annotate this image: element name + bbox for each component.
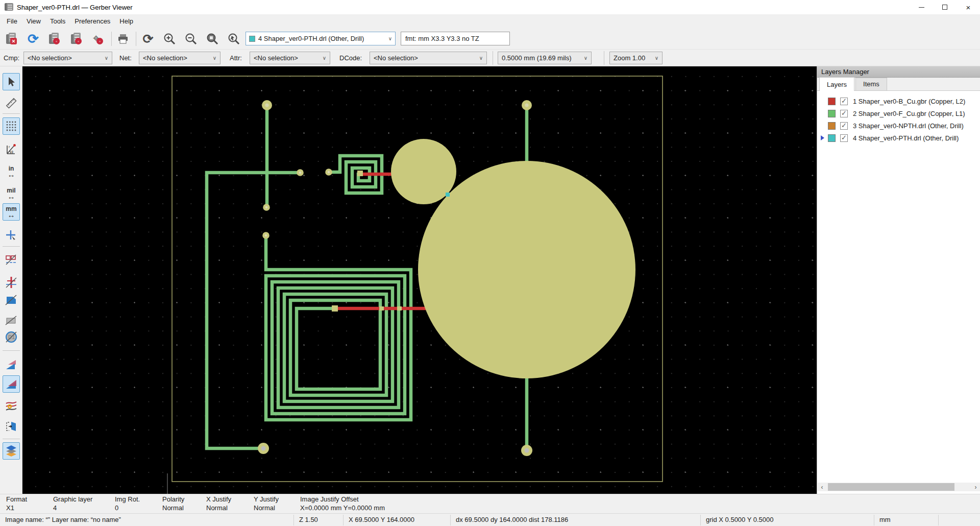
toggle-layers-manager-button[interactable] bbox=[3, 442, 20, 460]
highlight-nets-button[interactable] bbox=[3, 397, 20, 415]
sketch-polygons-button[interactable] bbox=[3, 292, 20, 309]
image-info-bar: FormatX1 Graphic layer4 Img Rot.0 Polari… bbox=[0, 494, 980, 513]
layer-row[interactable]: 3 Shaper_ver0-NPTH.drl (Other, Drill) bbox=[817, 119, 980, 132]
layer-label: 4 Shaper_ver0-PTH.drl (Other, Drill) bbox=[853, 134, 959, 142]
svg-text:θ: θ bbox=[11, 150, 13, 154]
zoom-select[interactable]: Zoom 1.00∨ bbox=[609, 52, 663, 64]
main-toolbar: ✕ ⟳ ◦ ◦ ⌖ ◦ bbox=[0, 28, 980, 50]
tab-layers[interactable]: Layers bbox=[819, 77, 854, 91]
display-mode-stacked-button[interactable] bbox=[3, 375, 20, 393]
reload-all-layers-button[interactable]: ⟳ bbox=[24, 30, 42, 47]
chevron-down-icon: ∨ bbox=[388, 36, 392, 41]
scrollbar-thumb[interactable] bbox=[828, 483, 954, 491]
units-mm-button[interactable]: mm ↔ bbox=[3, 203, 20, 221]
toggle-grid-button[interactable] bbox=[3, 117, 20, 135]
menu-view[interactable]: View bbox=[22, 15, 45, 27]
gerber-canvas[interactable] bbox=[22, 66, 817, 494]
status-zoom-z: Z 1.50 bbox=[299, 516, 318, 523]
zoom-out-button[interactable] bbox=[182, 30, 200, 47]
ghost-negative-objects-button[interactable] bbox=[3, 312, 20, 329]
maximize-icon bbox=[942, 5, 947, 10]
polar-coords-button[interactable]: r θ bbox=[3, 140, 20, 158]
open-drill-icon: ⌖ ◦ bbox=[92, 33, 104, 45]
print-button[interactable] bbox=[114, 30, 132, 47]
sketch-pads-icon bbox=[5, 254, 17, 266]
reload-icon: ⟳ bbox=[28, 32, 39, 45]
status-units: mm bbox=[879, 516, 891, 523]
active-layer-swatch bbox=[249, 36, 255, 42]
maximize-button[interactable] bbox=[933, 0, 957, 14]
minimize-icon bbox=[919, 7, 924, 8]
layer-visibility-checkbox[interactable] bbox=[840, 134, 848, 142]
polar-coords-icon: r θ bbox=[5, 143, 17, 155]
redraw-view-button[interactable]: ⟳ bbox=[139, 30, 157, 47]
zoom-in-icon bbox=[163, 32, 176, 45]
show-dcodes-button[interactable]: D1 bbox=[3, 328, 20, 346]
dcode-icon: D1 bbox=[5, 330, 18, 344]
sketch-flashed-items-button[interactable] bbox=[3, 251, 20, 269]
menu-tools[interactable]: Tools bbox=[45, 15, 70, 27]
print-icon bbox=[117, 33, 129, 45]
flip-view-button[interactable] bbox=[3, 418, 20, 435]
redraw-icon: ⟳ bbox=[143, 33, 154, 45]
open-zip-icon: ◦ bbox=[71, 33, 82, 45]
zoom-to-selection-button[interactable] bbox=[225, 30, 242, 47]
layer-color-swatch[interactable] bbox=[828, 134, 836, 142]
menu-file[interactable]: File bbox=[2, 15, 22, 27]
chevron-down-icon: ∨ bbox=[213, 55, 216, 61]
flip-view-icon bbox=[5, 420, 17, 433]
app-icon bbox=[5, 3, 13, 12]
open-drill-file-button[interactable]: ⌖ ◦ bbox=[89, 30, 107, 47]
status-cursor-xy: X 69.5000 Y 164.0000 bbox=[349, 516, 414, 523]
sketch-polygons-icon bbox=[5, 294, 17, 306]
layers-manager-caption[interactable]: Layers Manager bbox=[817, 66, 980, 78]
open-gerber-file-button[interactable]: ◦ bbox=[46, 30, 63, 47]
status-grid: grid X 0.5000 Y 0.5000 bbox=[706, 516, 774, 523]
zoom-fit-button[interactable] bbox=[204, 30, 221, 47]
menu-bar: File View Tools Preferences Help bbox=[0, 14, 980, 28]
layer-color-swatch[interactable] bbox=[828, 98, 836, 105]
attr-label: Attr: bbox=[230, 54, 242, 62]
curved-tracks-icon bbox=[5, 400, 17, 412]
attr-select[interactable]: <No selection>∨ bbox=[250, 52, 330, 64]
window-title: Shaper_ver0-PTH.drl — Gerber Viewer bbox=[17, 4, 133, 11]
tab-items[interactable]: Items bbox=[855, 78, 887, 90]
clear-layers-icon: ✕ bbox=[6, 33, 17, 45]
layer-row[interactable]: 1 Shaper_ver0-B_Cu.gbr (Copper, L2) bbox=[817, 95, 980, 107]
layer-row-current[interactable]: 4 Shaper_ver0-PTH.drl (Other, Drill) bbox=[817, 132, 980, 144]
layer-color-swatch[interactable] bbox=[828, 122, 836, 130]
pth-drill-dot bbox=[446, 193, 450, 197]
layers-horizontal-scrollbar[interactable]: ‹ › bbox=[818, 483, 980, 491]
units-mils-button[interactable]: mil ↔ bbox=[3, 185, 20, 202]
close-button[interactable]: × bbox=[957, 0, 980, 14]
cmp-select[interactable]: <No selection>∨ bbox=[23, 52, 112, 64]
active-layer-select[interactable]: 4 Shaper_ver0-PTH.drl (Other, Drill) ∨ bbox=[246, 32, 396, 45]
current-layer-marker-icon bbox=[821, 135, 824, 140]
layer-row[interactable]: 2 Shaper_ver0-F_Cu.gbr (Copper, L1) bbox=[817, 107, 980, 119]
layers-manager-panel: Layers Manager Layers Items 1 Shaper_ver… bbox=[817, 66, 980, 494]
layer-color-swatch[interactable] bbox=[828, 110, 836, 117]
menu-help[interactable]: Help bbox=[115, 15, 138, 27]
layer-visibility-checkbox[interactable] bbox=[840, 110, 848, 117]
open-zip-file-button[interactable]: ◦ bbox=[68, 30, 85, 47]
layer-visibility-checkbox[interactable] bbox=[840, 122, 848, 130]
clear-all-layers-button[interactable]: ✕ bbox=[3, 30, 20, 47]
dcode-select[interactable]: <No selection>∨ bbox=[370, 52, 487, 64]
grid-select[interactable]: 0.5000 mm (19.69 mils)∨ bbox=[498, 52, 592, 64]
measure-tool-button[interactable] bbox=[3, 94, 20, 112]
minimize-button[interactable] bbox=[910, 0, 933, 14]
cursor-shape-button[interactable] bbox=[3, 227, 20, 244]
units-inches-button[interactable]: in ↔ bbox=[3, 163, 20, 180]
menu-preferences[interactable]: Preferences bbox=[70, 15, 115, 27]
format-info-box: fmt: mm X3.3 Y3.3 no TZ bbox=[401, 32, 510, 45]
sketch-lines-button[interactable] bbox=[3, 274, 20, 291]
select-tool-button[interactable] bbox=[3, 73, 20, 90]
scroll-right-icon[interactable]: › bbox=[971, 484, 980, 491]
display-mode-normal-button[interactable] bbox=[3, 356, 20, 373]
net-select[interactable]: <No selection>∨ bbox=[139, 52, 220, 64]
svg-text:r: r bbox=[9, 145, 10, 149]
scroll-left-icon[interactable]: ‹ bbox=[818, 484, 826, 491]
zoom-in-button[interactable] bbox=[161, 30, 178, 47]
layer-visibility-checkbox[interactable] bbox=[840, 98, 848, 105]
layers-manager-tabs: Layers Items bbox=[817, 78, 980, 91]
